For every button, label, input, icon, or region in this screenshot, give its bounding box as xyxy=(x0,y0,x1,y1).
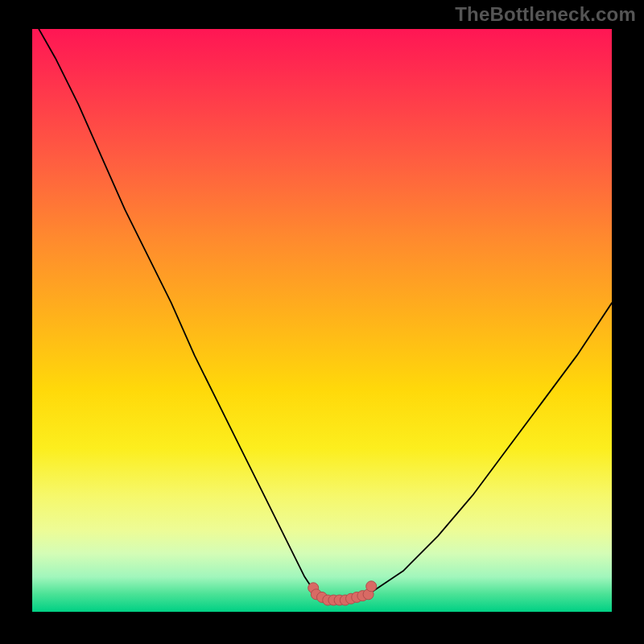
minimum-marker-dots xyxy=(32,29,612,612)
plot-area xyxy=(32,29,612,612)
watermark-text: TheBottleneck.com xyxy=(455,3,636,26)
svg-point-11 xyxy=(366,581,377,592)
chart-frame: TheBottleneck.com xyxy=(0,0,644,644)
